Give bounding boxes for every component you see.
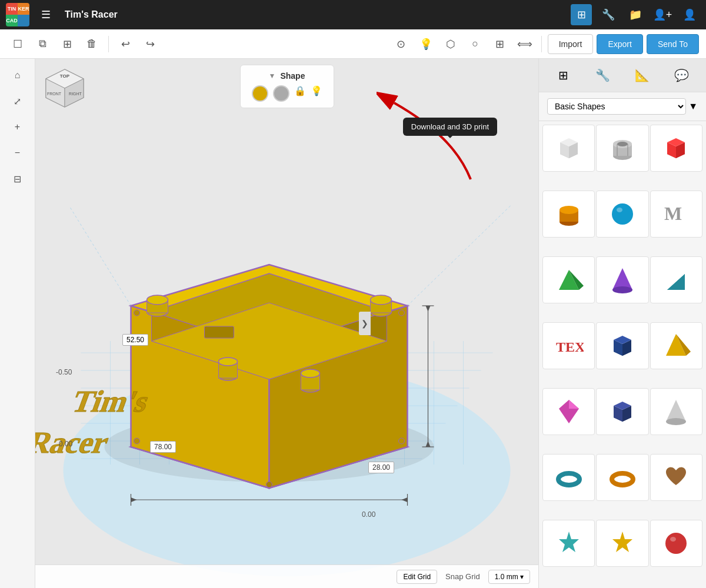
app-title: Tim's Racer [65, 9, 118, 20]
edit-grid-button[interactable]: Edit Grid [397, 570, 437, 584]
bottom-bar: Edit Grid Snap Grid 1.0 mm ▾ [35, 564, 538, 588]
zoom-out-button[interactable]: − [7, 142, 28, 163]
fit-button[interactable]: ⤢ [7, 91, 28, 112]
shapes-tab[interactable]: ⊞ [552, 64, 575, 87]
logo-tr: KER [18, 3, 29, 15]
svg-point-46 [219, 358, 238, 366]
blueprint-tab[interactable]: 📐 [631, 64, 654, 87]
chevron-down-icon-panel: ▼ [688, 101, 698, 112]
svg-marker-105 [569, 400, 579, 409]
shape-item-cylinder-orange[interactable] [542, 191, 595, 238]
shape-item-star-yellow[interactable] [596, 520, 648, 567]
canvas-area[interactable]: TOP FRONT RIGHT [35, 59, 538, 588]
light-button[interactable]: 💡 [415, 34, 437, 55]
new-button[interactable]: ☐ [7, 34, 28, 55]
svg-marker-115 [612, 532, 632, 552]
duplicate-button[interactable]: ⊞ [56, 34, 78, 55]
logo-br [18, 15, 29, 26]
svg-text:TEXT: TEXT [556, 339, 584, 355]
menu-button[interactable]: ☰ [35, 4, 56, 25]
dimension-width: 78.00 [150, 441, 176, 453]
hole-color-picker[interactable] [273, 85, 289, 102]
svg-point-54 [267, 482, 272, 487]
shape-item-pyramid-yellow[interactable] [650, 322, 702, 369]
shape-item-cone-purple[interactable] [596, 256, 648, 303]
shape-item-box-red[interactable] [650, 125, 702, 172]
top-bar: TIN KER CAD ☰ Tim's Racer ⊞ 🔧 📁 👤+ 👤 [0, 0, 706, 29]
shape-panel-title: Shape [280, 71, 305, 81]
shape-item-pyramid-green[interactable] [542, 256, 595, 303]
shape-item-wedge-teal[interactable] [650, 256, 702, 303]
svg-point-52 [134, 438, 140, 444]
shape-item-cube-blue2[interactable] [596, 388, 648, 435]
grid-view-button[interactable]: ⊞ [571, 4, 592, 25]
svg-point-53 [399, 438, 405, 444]
align-button[interactable]: ⊞ [489, 34, 511, 55]
home-view-button[interactable]: ⌂ [7, 65, 28, 86]
delete-button[interactable]: 🗑 [81, 34, 102, 55]
svg-line-69 [408, 206, 511, 306]
projects-button[interactable]: 📁 [625, 4, 646, 25]
snap-value-button[interactable]: 1.0 mm ▾ [488, 570, 530, 584]
collapse-panel-button[interactable]: ❯ [359, 312, 371, 335]
camera-button[interactable]: ⊙ [391, 34, 412, 55]
3d-scene: Tim's Racer [35, 59, 538, 588]
svg-text:Racer: Racer [35, 426, 114, 460]
width-value: 78.00 [154, 443, 172, 451]
toolbar-separator-2 [541, 36, 542, 52]
svg-point-112 [558, 473, 580, 485]
import-button[interactable]: Import [548, 34, 594, 54]
shape-item-gem-pink[interactable] [542, 388, 595, 435]
svg-marker-66 [426, 306, 431, 312]
svg-point-78 [617, 142, 628, 146]
svg-point-87 [560, 206, 578, 214]
build-tab[interactable]: 🔧 [591, 64, 615, 87]
shape-item-torus-teal[interactable] [542, 454, 595, 501]
svg-point-116 [665, 533, 687, 554]
redo-button[interactable]: ↪ [139, 34, 161, 55]
profile-button[interactable]: 👤 [679, 4, 700, 25]
svg-point-88 [612, 203, 633, 225]
svg-point-117 [670, 537, 676, 542]
shape-item-cylinder-gray[interactable] [596, 125, 648, 172]
svg-point-50 [134, 310, 140, 316]
tooltip-download: Download and 3D print [403, 118, 497, 136]
solid-color-picker[interactable] [252, 85, 268, 102]
shape-item-heart-brown[interactable] [650, 454, 702, 501]
snap-grid-label: Snap Grid [445, 572, 480, 581]
right-panel-header: Basic Shapes ▼ [539, 92, 706, 121]
polygon-button[interactable]: ⬡ [440, 34, 461, 55]
svg-point-43 [371, 295, 392, 305]
mirror-button[interactable]: ⟺ [514, 34, 535, 55]
shape-item-prism-blue[interactable] [596, 322, 648, 369]
shape-item-sphere-red2[interactable] [650, 520, 702, 567]
coord-left-value: 0.00 [59, 440, 72, 448]
svg-marker-96 [667, 274, 685, 290]
dimension-height: 28.00 [368, 462, 394, 473]
shape-item-star-teal[interactable] [542, 520, 595, 567]
tools-button[interactable]: 🔧 [598, 4, 619, 25]
zoom-in-button[interactable]: + [7, 116, 28, 138]
shape-item-sphere-blue[interactable] [596, 191, 648, 238]
coord-zero-left: 0.00 [59, 440, 72, 448]
tooltip-text: Download and 3D print [411, 122, 489, 131]
shape-item-text-shape[interactable]: M [650, 191, 702, 238]
layers-button[interactable]: ⊟ [7, 168, 28, 189]
shape-item-text-red[interactable]: TEXT [542, 322, 595, 369]
add-user-button[interactable]: 👤+ [652, 4, 673, 25]
snap-value: 1.0 mm [495, 573, 518, 581]
export-button[interactable]: Export [597, 34, 642, 54]
shape-item-donut-orange[interactable] [596, 454, 648, 501]
circle-button[interactable]: ○ [465, 34, 486, 55]
copy-button[interactable]: ⧉ [32, 34, 53, 55]
category-select[interactable]: Basic Shapes [547, 98, 686, 115]
svg-point-89 [617, 208, 622, 212]
lock-icon[interactable]: 🔒 [294, 85, 306, 102]
shape-item-cone-gray[interactable] [650, 388, 702, 435]
shape-item-cube-gray[interactable] [542, 125, 595, 172]
left-sidebar: ⌂ ⤢ + − ⊟ [0, 59, 35, 588]
send-to-button[interactable]: Send To [647, 34, 699, 54]
chat-tab[interactable]: 💬 [670, 64, 694, 87]
undo-button[interactable]: ↩ [115, 34, 136, 55]
light-icon[interactable]: 💡 [311, 85, 322, 102]
